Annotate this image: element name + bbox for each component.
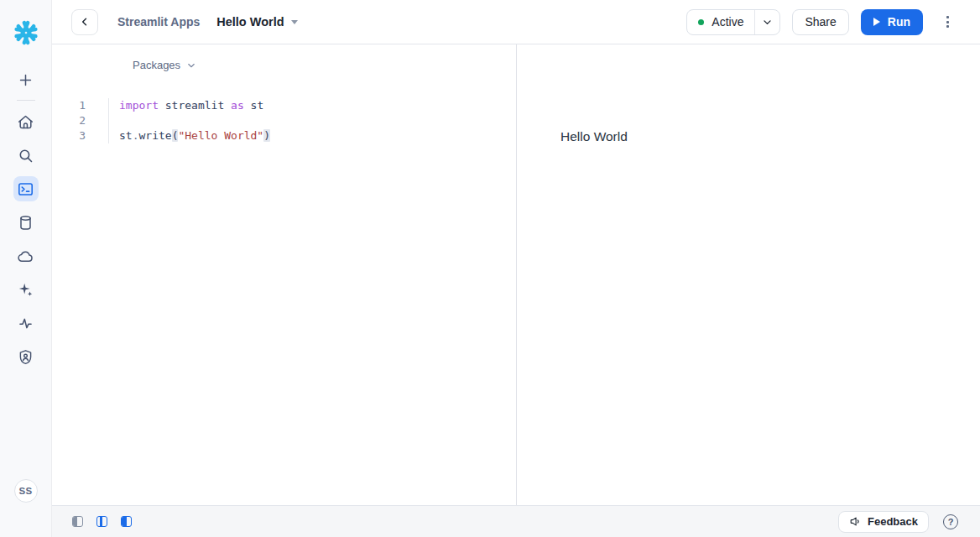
app-window: SS Streamlit Apps Hello World Active <box>0 0 980 537</box>
code-lines[interactable]: 1import streamlit as st23st.write("Hello… <box>52 98 516 143</box>
new-plus-icon[interactable] <box>16 70 36 90</box>
search-icon <box>17 147 34 164</box>
layout-split-view-icon[interactable] <box>96 516 107 527</box>
terminal-icon <box>17 180 34 198</box>
app-preview-panel: Hello World <box>516 44 980 505</box>
line-number: 3 <box>52 128 109 143</box>
home-icon <box>17 113 34 131</box>
sidebar-item-ai[interactable] <box>13 277 39 302</box>
status-split-button: Active <box>686 9 780 35</box>
line-number: 1 <box>52 98 109 113</box>
sidebar-item-admin[interactable] <box>13 344 39 369</box>
line-content <box>109 113 119 128</box>
code-line[interactable]: 3st.write("Hello World") <box>52 128 516 143</box>
feedback-button[interactable]: Feedback <box>838 511 929 533</box>
user-avatar[interactable]: SS <box>14 479 38 503</box>
main-column: Streamlit Apps Hello World Active Shar <box>52 0 980 537</box>
packages-dropdown[interactable]: Packages <box>133 59 196 71</box>
app-title-dropdown[interactable]: Hello World <box>216 15 297 29</box>
breadcrumb[interactable]: Streamlit Apps <box>117 15 200 29</box>
sparkles-icon <box>17 281 34 299</box>
left-sidebar: SS <box>0 0 52 537</box>
shield-user-icon <box>17 348 34 366</box>
status-button[interactable]: Active <box>687 10 754 34</box>
chevron-down-icon <box>186 60 196 70</box>
back-button[interactable] <box>71 9 98 35</box>
top-bar: Streamlit Apps Hello World Active Shar <box>52 0 980 44</box>
code-line[interactable]: 1import streamlit as st <box>52 98 516 113</box>
status-dropdown-button[interactable] <box>755 10 779 34</box>
bottom-bar: Feedback ? <box>52 505 980 537</box>
line-number: 2 <box>52 113 109 128</box>
layout-editor-only-icon[interactable] <box>72 516 83 527</box>
packages-label: Packages <box>133 59 180 71</box>
sidebar-divider <box>17 100 35 101</box>
layout-preview-only-icon[interactable] <box>121 516 132 527</box>
page-title: Hello World <box>216 15 284 29</box>
sidebar-item-home[interactable] <box>13 109 39 134</box>
play-icon <box>873 18 880 26</box>
snowflake-logo-icon[interactable] <box>12 18 40 47</box>
run-label: Run <box>888 15 910 29</box>
run-button[interactable]: Run <box>861 9 923 35</box>
status-label: Active <box>712 15 743 29</box>
line-content: st.write("Hello World") <box>109 128 270 143</box>
database-icon <box>17 214 34 232</box>
sidebar-item-search[interactable] <box>13 143 39 168</box>
feedback-label: Feedback <box>868 515 918 528</box>
sidebar-item-projects[interactable] <box>13 176 39 201</box>
status-dot-icon <box>698 19 704 25</box>
chevron-left-icon <box>79 16 91 28</box>
sidebar-item-activity[interactable] <box>13 310 39 336</box>
chevron-down-icon <box>762 17 773 28</box>
more-options-kebab-icon[interactable] <box>943 13 951 31</box>
preview-output-text: Hello World <box>560 128 628 145</box>
sidebar-item-cloud[interactable] <box>13 243 39 268</box>
cloud-icon <box>17 248 34 265</box>
help-icon[interactable]: ? <box>943 514 958 529</box>
activity-pulse-icon <box>17 315 34 332</box>
line-content: import streamlit as st <box>109 98 263 113</box>
sidebar-item-data[interactable] <box>13 210 39 235</box>
megaphone-icon <box>849 515 862 528</box>
code-editor-panel[interactable]: Packages 1import streamlit as st23st.wri… <box>52 44 516 505</box>
caret-down-icon <box>291 20 298 24</box>
content-split: Packages 1import streamlit as st23st.wri… <box>52 44 980 505</box>
share-button[interactable]: Share <box>792 9 848 35</box>
code-line[interactable]: 2 <box>52 113 516 128</box>
